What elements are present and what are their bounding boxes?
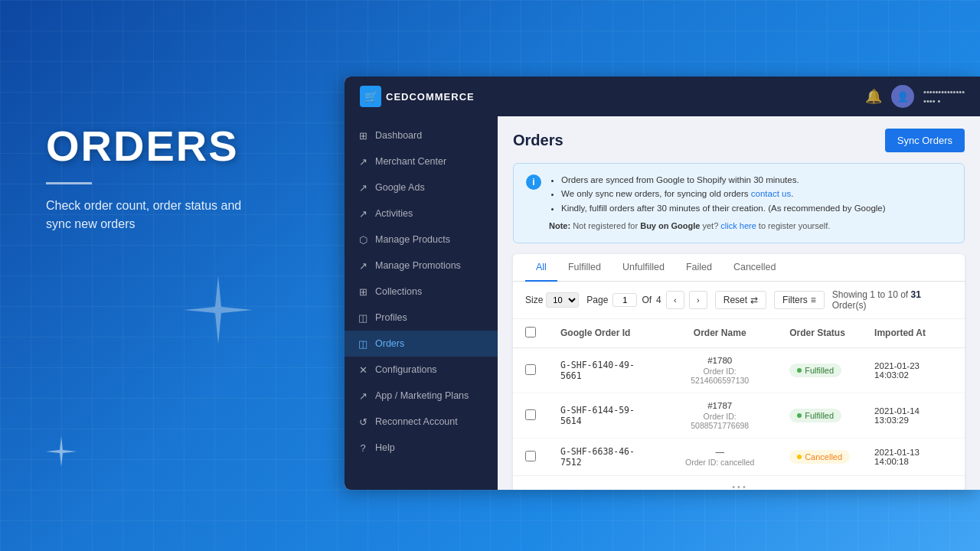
google-ads-icon: ↗: [357, 181, 369, 194]
row2-google-order-id: G-SHF-6144-59-5614: [548, 393, 662, 438]
row2-order-name: #1787 Order ID: 5088571776698: [662, 393, 777, 438]
topbar-right: 🔔 👤 •••••••••••••• •••• •: [865, 85, 965, 108]
sidebar-item-profiles[interactable]: ◫ Profiles: [345, 305, 498, 331]
row1-google-order-id: G-SHF-6140-49-5661: [548, 347, 662, 393]
row3-status-text: Cancelled: [805, 452, 842, 461]
row1-order-status: Fulfilled: [777, 347, 862, 393]
next-page-button[interactable]: ›: [689, 291, 707, 309]
info-line-1: Orders are synced from Google to Shopify…: [561, 173, 886, 187]
app-window: 🛒 CEDCOMMERCE 🔔 👤 •••••••••••••• •••• • …: [345, 77, 980, 490]
sidebar-item-help[interactable]: ? Help: [345, 435, 498, 461]
hero-section: ORDERS Check order count, order status a…: [46, 122, 260, 233]
row3-order-name-main: —: [675, 447, 765, 456]
tab-unfulfilled[interactable]: Unfulfilled: [612, 254, 675, 282]
row3-google-order-id: G-SHF-6638-46-7512: [548, 438, 662, 475]
row1-checkbox[interactable]: [525, 364, 536, 375]
orders-icon: ◫: [357, 337, 369, 350]
row1-order-name: #1780 Order ID: 5214606597130: [662, 347, 777, 393]
row2-status-text: Fulfilled: [805, 411, 834, 420]
sync-orders-button[interactable]: Sync Orders: [885, 129, 965, 152]
orders-suffix: Order(s): [832, 300, 867, 311]
tab-failed[interactable]: Failed: [675, 254, 723, 282]
avatar: 👤: [891, 85, 914, 108]
info-banner: i Orders are synced from Google to Shopi…: [513, 163, 965, 243]
total-pages: 4: [656, 295, 662, 305]
row1-checkbox-cell: [513, 347, 548, 393]
toolbar-right: Reset ⇄ Filters ≡ Showing 1 to 10 of 31 …: [715, 289, 952, 311]
reset-label: Reset: [724, 295, 747, 305]
sidebar-label-orders: Orders: [375, 338, 404, 349]
header-checkbox: [513, 319, 548, 348]
configurations-icon: ✕: [357, 364, 369, 376]
table-row: G-SHF-6140-49-5661 #1780 Order ID: 52146…: [513, 347, 965, 393]
filters-button[interactable]: Filters ≡: [774, 291, 825, 309]
select-all-checkbox[interactable]: [525, 327, 536, 337]
manage-promotions-icon: ↗: [357, 259, 369, 272]
info-icon: i: [526, 174, 541, 190]
row2-status-badge: Fulfilled: [789, 409, 841, 422]
page-title: Orders: [513, 132, 564, 149]
info-line-3: Kindly, fulfill orders after 30 minutes …: [561, 201, 886, 215]
sidebar-item-configurations[interactable]: ✕ Configurations: [345, 357, 498, 383]
sidebar-item-dashboard[interactable]: ⊞ Dashboard: [345, 122, 498, 148]
page-header: Orders Sync Orders: [513, 129, 965, 152]
sidebar-label-profiles: Profiles: [375, 312, 407, 323]
profiles-icon: ◫: [357, 311, 369, 324]
reset-button[interactable]: Reset ⇄: [715, 291, 766, 309]
of-label: Of: [642, 295, 652, 305]
row3-checkbox[interactable]: [525, 451, 536, 461]
sidebar-item-collections[interactable]: ⊞ Collections: [345, 279, 498, 305]
main-layout: ⊞ Dashboard ↗ Merchant Center ↗ Google A…: [345, 116, 980, 490]
header-imported-at: Imported At: [862, 319, 965, 348]
info-list: Orders are synced from Google to Shopify…: [549, 173, 886, 215]
tab-all[interactable]: All: [525, 254, 557, 282]
merchant-center-icon: ↗: [357, 155, 369, 168]
table-header-row: Google Order Id Order Name Order Status …: [513, 319, 965, 348]
sidebar-item-google-ads[interactable]: ↗ Google Ads: [345, 174, 498, 201]
tab-cancelled[interactable]: Cancelled: [723, 254, 787, 282]
logo-text: CEDCOMMERCE: [386, 91, 475, 103]
page-input[interactable]: [612, 293, 637, 307]
reset-icon: ⇄: [750, 295, 758, 305]
sidebar-item-app-marketing[interactable]: ↗ App / Marketing Plans: [345, 383, 498, 409]
table-row: G-SHF-6638-46-7512 — Order ID: cancelled…: [513, 438, 965, 475]
size-label: Size: [525, 295, 543, 305]
sidebar-item-activities[interactable]: ↗ Activities: [345, 201, 498, 227]
table-footer: • • •: [513, 475, 965, 490]
sidebar-label-manage-promotions: Manage Promotions: [375, 260, 461, 271]
row2-imported-at: 2021-01-14 13:03:29: [862, 393, 965, 438]
tab-fulfilled[interactable]: Fulfilled: [557, 254, 612, 282]
row2-order-status: Fulfilled: [777, 393, 862, 438]
hero-title: ORDERS: [46, 122, 260, 170]
row2-status-dot: [797, 413, 802, 418]
row1-imported-at: 2021-01-23 14:03:02: [862, 347, 965, 393]
row3-status-badge: Cancelled: [789, 450, 850, 464]
click-here-link[interactable]: click here: [720, 221, 756, 230]
reconnect-icon: ↺: [357, 416, 369, 428]
help-icon: ?: [357, 442, 369, 454]
app-marketing-icon: ↗: [357, 390, 369, 402]
header-order-status: Order Status: [777, 319, 862, 348]
size-select-input[interactable]: 10 25 50: [546, 292, 579, 308]
contact-us-link[interactable]: contact us: [751, 189, 791, 198]
row2-checkbox[interactable]: [525, 409, 536, 420]
sidebar-label-google-ads: Google Ads: [375, 182, 425, 193]
row3-imported-at: 2021-01-13 14:00:18: [862, 438, 965, 475]
table-row: G-SHF-6144-59-5614 #1787 Order ID: 50885…: [513, 393, 965, 438]
dashboard-icon: ⊞: [357, 129, 369, 142]
prev-page-button[interactable]: ‹: [666, 291, 684, 309]
row3-order-name: — Order ID: cancelled: [662, 438, 777, 475]
row3-status-dot: [797, 455, 802, 459]
username: ••••••••••••••: [923, 87, 965, 96]
row1-status-dot: [797, 368, 802, 373]
sidebar-item-manage-promotions[interactable]: ↗ Manage Promotions: [345, 253, 498, 279]
sidebar-item-manage-products[interactable]: ⬡ Manage Products: [345, 227, 498, 253]
sidebar-label-dashboard: Dashboard: [375, 130, 422, 141]
table-head: Google Order Id Order Name Order Status …: [513, 319, 965, 348]
activities-icon: ↗: [357, 207, 369, 220]
sidebar-item-orders[interactable]: ◫ Orders: [345, 331, 498, 357]
sidebar-item-reconnect[interactable]: ↺ Reconnect Account: [345, 409, 498, 435]
bell-icon[interactable]: 🔔: [865, 88, 882, 105]
hero-divider: [46, 182, 92, 184]
sidebar-item-merchant-center[interactable]: ↗ Merchant Center: [345, 148, 498, 174]
